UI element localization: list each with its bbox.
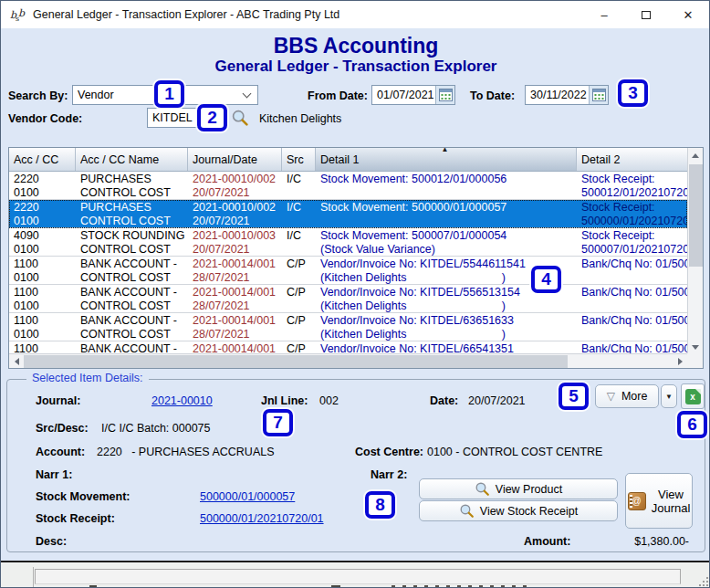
scroll-down-icon xyxy=(692,345,699,350)
src-desc-label: Src/Desc: xyxy=(36,422,89,435)
more-dropdown-button[interactable]: ▼ xyxy=(661,384,677,408)
scroll-right-button[interactable] xyxy=(673,354,687,369)
table-row[interactable]: 11000100 BANK ACCOUNT -CONTROL COST 2021… xyxy=(9,257,687,285)
table-row[interactable]: 11000100 BANK ACCOUNT -CONTROL COST 2021… xyxy=(9,313,687,341)
callout-8: 8 xyxy=(365,491,395,519)
cell-acc-cc: 11000100 xyxy=(9,257,76,284)
magnifier-icon xyxy=(231,109,249,127)
src-desc-value: I/C I/C Batch: 000075 xyxy=(101,422,211,435)
scroll-down-button[interactable] xyxy=(688,340,703,354)
from-date-value: 01/07/2021 xyxy=(372,89,435,101)
callout-3: 3 xyxy=(618,79,648,107)
cell-journal-date: 2021-00014/00128/07/2021 xyxy=(188,285,282,312)
scroll-up-button[interactable] xyxy=(688,148,703,163)
to-date-value: 30/11/2022 xyxy=(526,89,589,101)
column-header-acc-cc[interactable]: Acc / CC xyxy=(9,148,76,171)
cell-src: C/P xyxy=(282,313,316,341)
scrollbar-corner xyxy=(687,353,703,368)
minimize-button[interactable]: – xyxy=(583,1,625,28)
triangle-down-icon: ▽ xyxy=(607,390,615,403)
to-date-input[interactable]: 30/11/2022 xyxy=(525,85,609,105)
from-date-label: From Date: xyxy=(308,89,368,102)
stock-movement-label: Stock Movement: xyxy=(36,490,131,503)
sort-ascending-icon: ▲ xyxy=(442,148,449,153)
to-date-picker-button[interactable] xyxy=(589,86,608,104)
callout-1: 1 xyxy=(154,80,184,108)
svg-text:b: b xyxy=(18,7,26,19)
scroll-left-icon xyxy=(15,358,19,365)
jnl-line-label: Jnl Line: xyxy=(261,394,308,407)
scroll-left-button[interactable] xyxy=(9,354,24,369)
chevron-down-icon xyxy=(243,89,252,99)
app-window: b s b General Ledger - Transaction Explo… xyxy=(0,0,710,588)
table-row[interactable]: 11000100 BANK ACCOUNT -CONTROL COST 2021… xyxy=(9,285,687,313)
cell-journal-date: 2021-00014/00128/07/2021 xyxy=(188,313,282,341)
callout-4: 4 xyxy=(531,266,561,293)
status-bar-divider xyxy=(33,567,34,587)
close-icon: ✕ xyxy=(684,8,694,22)
cell-detail-1: Stock Movement: 500000/01/000057 xyxy=(316,200,577,227)
resize-grip[interactable] xyxy=(696,574,708,586)
cell-detail-2: Stock Receipt:500012/01/20210720/0 xyxy=(577,172,687,199)
cell-detail-2: Bank/Chq No: 01/5003 xyxy=(577,257,687,284)
cell-acc-cc: 22200100 xyxy=(9,200,76,227)
status-bar xyxy=(1,561,710,588)
vendor-code-label: Vendor Code: xyxy=(8,112,82,125)
cell-detail-1: Stock Movement: 500012/01/000056 xyxy=(316,172,577,199)
cell-detail-2: Stock Receipt:500007/01/20210720/0 xyxy=(577,228,687,256)
export-excel-button[interactable]: x xyxy=(681,383,705,409)
journal-book-icon: @ xyxy=(628,492,646,510)
cost-centre-label: Cost Centre: xyxy=(355,446,423,458)
cell-detail-1: Stock Movement: 500007/01/000054(Stock V… xyxy=(316,228,577,256)
app-icon: b s b xyxy=(9,6,26,23)
column-header-detail-2[interactable]: Detail 2 xyxy=(577,148,687,171)
scroll-right-icon xyxy=(678,358,683,365)
stock-movement-link[interactable]: 500000/01/000057 xyxy=(200,490,295,503)
table-header: Acc / CC Acc / CC Name Journal/Date Src … xyxy=(9,148,687,172)
cell-src: I/C xyxy=(282,228,316,256)
table-row[interactable]: 40900100 STOCK ROUNDINGCONTROL COST 2021… xyxy=(9,228,687,257)
account-value: 2220 - PURCHASES ACCRUALS xyxy=(97,446,275,458)
journal-link[interactable]: 2021-00010 xyxy=(151,394,213,407)
cell-journal-date: 2021-00010/00320/07/2021 xyxy=(188,228,282,256)
table-row-selected[interactable]: 22200100 PURCHASESCONTROL COST 2021-0001… xyxy=(9,200,687,228)
vertical-scrollbar[interactable] xyxy=(687,148,703,355)
amount-label: Amount: xyxy=(524,535,570,548)
vendor-name-text: Kitchen Delights xyxy=(259,112,341,125)
callout-5: 5 xyxy=(559,383,589,410)
vertical-scrollbar-thumb[interactable] xyxy=(689,164,703,267)
maximize-button[interactable] xyxy=(625,1,667,28)
vendor-search-button[interactable] xyxy=(230,108,250,128)
column-header-journal-date[interactable]: Journal/Date xyxy=(188,148,282,171)
page-title: BBS Accounting xyxy=(1,34,710,58)
table-row[interactable]: 22200100 PURCHASESCONTROL COST 2021-0001… xyxy=(9,172,687,200)
narr1-label: Narr 1: xyxy=(36,468,72,481)
more-button[interactable]: ▽ More xyxy=(595,384,659,408)
horizontal-scrollbar-thumb[interactable] xyxy=(24,355,568,368)
cell-journal-date: 2021-00014/00128/07/2021 xyxy=(188,257,282,284)
cell-src: C/P xyxy=(282,285,316,312)
cost-centre-value: 0100 - CONTROL COST CENTRE xyxy=(427,446,602,458)
cell-acc-cc: 11000100 xyxy=(9,313,76,341)
cell-journal-date: 2021-00010/00220/07/2021 xyxy=(188,200,282,227)
view-product-button[interactable]: View Product xyxy=(419,478,618,499)
column-header-detail-1[interactable]: ▲ Detail 1 xyxy=(316,148,577,171)
view-journal-button[interactable]: @ View Journal xyxy=(625,473,693,529)
cell-detail-2: Bank/Chq No: 01/5003 xyxy=(577,285,687,312)
view-stock-receipt-button[interactable]: View Stock Receipt xyxy=(419,500,618,521)
date-label: Date: xyxy=(430,394,458,407)
stock-receipt-link[interactable]: 500000/01/20210720/01 xyxy=(200,512,324,525)
from-date-input[interactable]: 01/07/2021 xyxy=(371,85,455,105)
horizontal-scrollbar[interactable] xyxy=(9,353,688,368)
excel-icon: x xyxy=(685,389,701,404)
dropdown-arrow-icon: ▼ xyxy=(665,393,673,401)
column-header-acc-cc-name[interactable]: Acc / CC Name xyxy=(76,148,188,171)
column-header-src[interactable]: Src xyxy=(282,148,316,171)
selected-item-details-title: Selected Item Details: xyxy=(26,372,149,384)
close-button[interactable]: ✕ xyxy=(667,1,709,28)
magnifier-icon xyxy=(475,481,490,497)
amount-value: $1,380.00- xyxy=(634,535,689,548)
cell-acc-cc-name: PURCHASESCONTROL COST xyxy=(76,200,188,227)
from-date-picker-button[interactable] xyxy=(435,86,454,104)
transactions-table: Acc / CC Acc / CC Name Journal/Date Src … xyxy=(8,147,704,369)
